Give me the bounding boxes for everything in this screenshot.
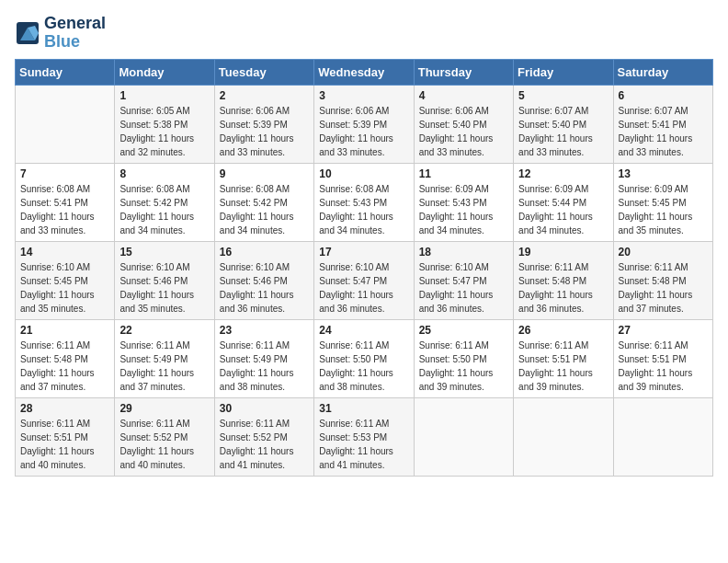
- day-info: Sunrise: 6:10 AM Sunset: 5:45 PM Dayligh…: [20, 260, 109, 316]
- day-info: Sunrise: 6:10 AM Sunset: 5:47 PM Dayligh…: [319, 260, 408, 316]
- week-row-2: 7 Sunrise: 6:08 AM Sunset: 5:41 PM Dayli…: [16, 163, 713, 241]
- day-cell: 20 Sunrise: 6:11 AM Sunset: 5:48 PM Dayl…: [613, 241, 712, 319]
- header-row: SundayMondayTuesdayWednesdayThursdayFrid…: [16, 59, 713, 85]
- daylight-text: Daylight: 11 hours and 40 minutes.: [20, 444, 109, 472]
- daylight-text: Daylight: 11 hours and 39 minutes.: [419, 366, 508, 394]
- day-info: Sunrise: 6:11 AM Sunset: 5:53 PM Dayligh…: [319, 417, 408, 472]
- sunrise-text: Sunrise: 6:08 AM: [220, 182, 309, 196]
- day-cell: 17 Sunrise: 6:10 AM Sunset: 5:47 PM Dayl…: [314, 241, 414, 319]
- week-row-1: 1 Sunrise: 6:05 AM Sunset: 5:38 PM Dayli…: [16, 85, 713, 163]
- daylight-text: Daylight: 11 hours and 36 minutes.: [518, 288, 608, 316]
- day-info: Sunrise: 6:11 AM Sunset: 5:48 PM Dayligh…: [518, 260, 608, 316]
- daylight-text: Daylight: 11 hours and 34 minutes.: [419, 210, 508, 237]
- day-info: Sunrise: 6:11 AM Sunset: 5:52 PM Dayligh…: [119, 417, 209, 472]
- daylight-text: Daylight: 11 hours and 41 minutes.: [319, 444, 408, 472]
- day-cell: 11 Sunrise: 6:09 AM Sunset: 5:43 PM Dayl…: [414, 163, 513, 241]
- day-number: 20: [619, 246, 708, 259]
- day-cell: 29 Sunrise: 6:11 AM Sunset: 5:52 PM Dayl…: [115, 397, 214, 476]
- daylight-text: Daylight: 11 hours and 39 minutes.: [518, 366, 608, 394]
- day-cell: 22 Sunrise: 6:11 AM Sunset: 5:49 PM Dayl…: [115, 319, 214, 397]
- sunset-text: Sunset: 5:39 PM: [319, 118, 408, 132]
- day-cell: 4 Sunrise: 6:06 AM Sunset: 5:40 PM Dayli…: [414, 85, 513, 163]
- sunset-text: Sunset: 5:48 PM: [619, 274, 708, 288]
- day-cell: 19 Sunrise: 6:11 AM Sunset: 5:48 PM Dayl…: [514, 241, 613, 319]
- day-info: Sunrise: 6:07 AM Sunset: 5:41 PM Dayligh…: [619, 104, 708, 159]
- daylight-text: Daylight: 11 hours and 35 minutes.: [119, 288, 209, 316]
- day-cell: 10 Sunrise: 6:08 AM Sunset: 5:43 PM Dayl…: [314, 163, 414, 241]
- day-info: Sunrise: 6:11 AM Sunset: 5:49 PM Dayligh…: [119, 339, 209, 394]
- sunrise-text: Sunrise: 6:11 AM: [419, 339, 508, 352]
- day-number: 9: [220, 167, 309, 180]
- day-info: Sunrise: 6:11 AM Sunset: 5:50 PM Dayligh…: [319, 339, 408, 394]
- header-cell-wednesday: Wednesday: [314, 59, 414, 85]
- day-info: Sunrise: 6:08 AM Sunset: 5:41 PM Dayligh…: [20, 182, 109, 237]
- sunset-text: Sunset: 5:43 PM: [319, 196, 408, 210]
- sunrise-text: Sunrise: 6:08 AM: [319, 182, 408, 196]
- sunrise-text: Sunrise: 6:11 AM: [319, 339, 408, 352]
- page-header: General Blue: [15, 15, 713, 52]
- header-cell-saturday: Saturday: [613, 59, 712, 85]
- day-cell: 23 Sunrise: 6:11 AM Sunset: 5:49 PM Dayl…: [214, 319, 313, 397]
- day-cell: 9 Sunrise: 6:08 AM Sunset: 5:42 PM Dayli…: [214, 163, 313, 241]
- sunrise-text: Sunrise: 6:06 AM: [319, 104, 408, 118]
- day-info: Sunrise: 6:11 AM Sunset: 5:49 PM Dayligh…: [220, 339, 309, 394]
- day-number: 26: [518, 324, 608, 337]
- day-cell: 21 Sunrise: 6:11 AM Sunset: 5:48 PM Dayl…: [16, 319, 115, 397]
- sunrise-text: Sunrise: 6:06 AM: [220, 104, 309, 118]
- sunrise-text: Sunrise: 6:10 AM: [220, 260, 309, 274]
- day-number: 7: [20, 167, 109, 180]
- day-cell: [414, 397, 513, 476]
- sunrise-text: Sunrise: 6:11 AM: [518, 260, 608, 274]
- day-number: 2: [220, 89, 309, 102]
- header-cell-sunday: Sunday: [16, 59, 115, 85]
- sunset-text: Sunset: 5:52 PM: [119, 431, 209, 444]
- daylight-text: Daylight: 11 hours and 38 minutes.: [220, 366, 309, 394]
- sunrise-text: Sunrise: 6:06 AM: [419, 104, 508, 118]
- day-cell: 12 Sunrise: 6:09 AM Sunset: 5:44 PM Dayl…: [514, 163, 613, 241]
- day-info: Sunrise: 6:11 AM Sunset: 5:48 PM Dayligh…: [619, 260, 708, 316]
- day-info: Sunrise: 6:11 AM Sunset: 5:52 PM Dayligh…: [220, 417, 309, 472]
- sunrise-text: Sunrise: 6:11 AM: [319, 417, 408, 431]
- daylight-text: Daylight: 11 hours and 33 minutes.: [419, 132, 508, 159]
- sunrise-text: Sunrise: 6:11 AM: [619, 260, 708, 274]
- sunset-text: Sunset: 5:46 PM: [220, 274, 309, 288]
- sunset-text: Sunset: 5:51 PM: [20, 431, 109, 444]
- day-cell: [16, 85, 115, 163]
- daylight-text: Daylight: 11 hours and 33 minutes.: [319, 132, 408, 159]
- sunset-text: Sunset: 5:48 PM: [518, 274, 608, 288]
- day-cell: 15 Sunrise: 6:10 AM Sunset: 5:46 PM Dayl…: [115, 241, 214, 319]
- calendar-table: SundayMondayTuesdayWednesdayThursdayFrid…: [15, 59, 713, 477]
- daylight-text: Daylight: 11 hours and 36 minutes.: [319, 288, 408, 316]
- daylight-text: Daylight: 11 hours and 37 minutes.: [619, 288, 708, 316]
- day-cell: 16 Sunrise: 6:10 AM Sunset: 5:46 PM Dayl…: [214, 241, 313, 319]
- day-number: 10: [319, 167, 408, 180]
- daylight-text: Daylight: 11 hours and 34 minutes.: [518, 210, 608, 237]
- daylight-text: Daylight: 11 hours and 39 minutes.: [619, 366, 708, 394]
- sunset-text: Sunset: 5:45 PM: [20, 274, 109, 288]
- daylight-text: Daylight: 11 hours and 33 minutes.: [220, 132, 309, 159]
- header-cell-monday: Monday: [115, 59, 214, 85]
- logo-text: General Blue: [44, 15, 106, 52]
- day-number: 11: [419, 167, 508, 180]
- day-cell: 24 Sunrise: 6:11 AM Sunset: 5:50 PM Dayl…: [314, 319, 414, 397]
- daylight-text: Daylight: 11 hours and 33 minutes.: [20, 210, 109, 237]
- day-number: 13: [619, 167, 708, 180]
- daylight-text: Daylight: 11 hours and 36 minutes.: [419, 288, 508, 316]
- day-number: 12: [518, 167, 608, 180]
- day-number: 21: [20, 324, 109, 337]
- day-number: 16: [220, 246, 309, 259]
- daylight-text: Daylight: 11 hours and 35 minutes.: [20, 288, 109, 316]
- sunset-text: Sunset: 5:51 PM: [619, 352, 708, 366]
- sunrise-text: Sunrise: 6:09 AM: [419, 182, 508, 196]
- sunrise-text: Sunrise: 6:10 AM: [119, 260, 209, 274]
- sunrise-text: Sunrise: 6:10 AM: [319, 260, 408, 274]
- day-cell: 27 Sunrise: 6:11 AM Sunset: 5:51 PM Dayl…: [613, 319, 712, 397]
- day-number: 23: [220, 324, 309, 337]
- day-info: Sunrise: 6:10 AM Sunset: 5:46 PM Dayligh…: [119, 260, 209, 316]
- day-number: 14: [20, 246, 109, 259]
- sunrise-text: Sunrise: 6:11 AM: [119, 417, 209, 431]
- day-info: Sunrise: 6:06 AM Sunset: 5:39 PM Dayligh…: [220, 104, 309, 159]
- sunset-text: Sunset: 5:40 PM: [419, 118, 508, 132]
- day-number: 5: [518, 89, 608, 102]
- day-number: 6: [619, 89, 708, 102]
